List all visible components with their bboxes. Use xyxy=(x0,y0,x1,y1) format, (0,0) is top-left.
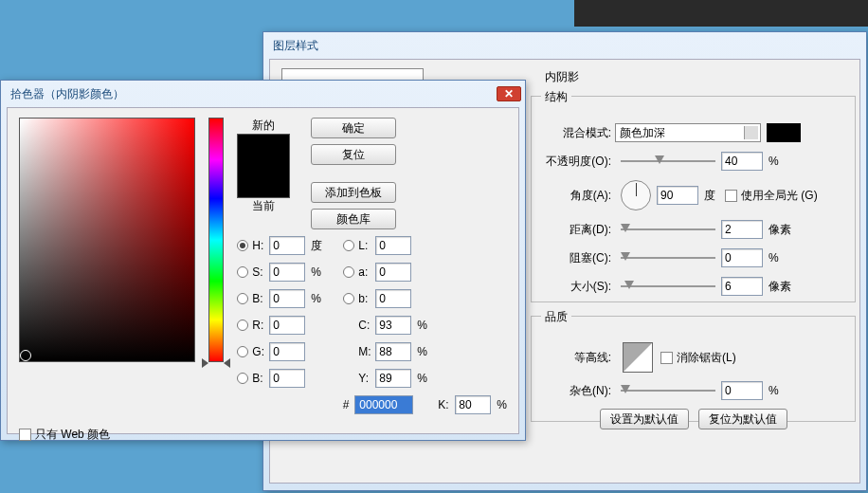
choke-input[interactable] xyxy=(721,248,763,267)
g-input[interactable] xyxy=(269,342,305,361)
angle-unit: 度 xyxy=(704,188,715,204)
s-radio[interactable] xyxy=(237,266,248,278)
g-radio[interactable] xyxy=(237,346,248,357)
new-color-swatch[interactable] xyxy=(237,134,290,166)
c-input[interactable] xyxy=(375,316,411,335)
size-slider[interactable] xyxy=(621,279,715,294)
angle-input[interactable] xyxy=(657,186,698,205)
current-label: 当前 xyxy=(252,198,275,214)
bl-radio[interactable] xyxy=(343,293,354,304)
web-only-label: 只有 Web 颜色 xyxy=(35,427,110,443)
s-input[interactable] xyxy=(269,263,305,282)
bc-radio[interactable] xyxy=(237,373,248,384)
color-field[interactable] xyxy=(19,118,195,362)
opacity-slider[interactable] xyxy=(621,154,715,169)
reset-default-button[interactable]: 复位为默认值 xyxy=(698,409,787,429)
quality-fieldset: 品质 等高线: 消除锯齿(L) 杂色(N): % 设置为默认值 复位为默认值 xyxy=(531,316,856,422)
bc-input[interactable] xyxy=(269,369,305,388)
hex-label: # xyxy=(343,398,350,411)
choke-slider[interactable] xyxy=(621,250,715,265)
antialias-checkbox[interactable] xyxy=(660,352,673,364)
blend-mode-select[interactable]: 颜色加深 xyxy=(615,123,761,142)
bl-input[interactable] xyxy=(375,289,411,308)
contour-label: 等高线: xyxy=(543,350,615,366)
distance-input[interactable] xyxy=(721,220,763,239)
inner-shadow-label: 内阴影 xyxy=(545,69,579,85)
r-radio[interactable] xyxy=(237,320,248,331)
b-radio[interactable] xyxy=(237,293,248,304)
opacity-label: 不透明度(O): xyxy=(543,154,615,170)
hue-thumb-right-icon xyxy=(224,358,230,368)
global-light-label: 使用全局光 (G) xyxy=(741,188,818,204)
noise-input[interactable] xyxy=(721,381,763,400)
app-top-bar xyxy=(574,0,868,27)
k-input[interactable] xyxy=(455,395,491,414)
choke-unit: % xyxy=(769,251,779,265)
hue-thumb-left-icon xyxy=(202,358,208,368)
picker-body: 新的 当前 确定 复位 添加到色板 颜色库 H:度 xyxy=(7,107,519,434)
l-input[interactable] xyxy=(375,236,411,255)
global-light-checkbox[interactable] xyxy=(725,190,737,202)
current-color-swatch[interactable] xyxy=(237,166,290,198)
y-input[interactable] xyxy=(375,369,411,388)
angle-dial[interactable] xyxy=(621,180,651,210)
distance-label: 距离(D): xyxy=(543,222,615,238)
a-radio[interactable] xyxy=(343,266,354,278)
hex-input[interactable] xyxy=(354,395,413,414)
picker-title: 拾色器（内阴影颜色） xyxy=(10,86,124,102)
hue-slider[interactable] xyxy=(208,118,224,362)
color-picker-dialog: 拾色器（内阴影颜色） ✕ 新的 当前 确定 复 xyxy=(0,80,526,441)
color-lib-button[interactable]: 颜色库 xyxy=(311,209,396,229)
close-icon: ✕ xyxy=(504,87,514,100)
noise-slider[interactable] xyxy=(621,383,715,398)
opacity-input[interactable] xyxy=(721,152,763,171)
distance-slider[interactable] xyxy=(621,222,715,237)
choke-label: 阻塞(C): xyxy=(543,250,615,266)
size-input[interactable] xyxy=(721,277,763,296)
layer-style-title: 图层样式 xyxy=(273,38,318,54)
noise-unit: % xyxy=(769,384,779,397)
m-input[interactable] xyxy=(375,342,411,361)
noise-label: 杂色(N): xyxy=(543,383,615,399)
size-unit: 像素 xyxy=(769,279,791,295)
distance-unit: 像素 xyxy=(769,222,791,238)
bv-input[interactable] xyxy=(269,289,305,308)
new-label: 新的 xyxy=(252,118,275,134)
shadow-color-swatch[interactable] xyxy=(767,123,801,142)
quality-legend: 品质 xyxy=(541,309,571,325)
cancel-button[interactable]: 复位 xyxy=(311,144,396,165)
a-input[interactable] xyxy=(375,263,411,282)
web-only-checkbox[interactable] xyxy=(19,429,31,441)
h-radio[interactable] xyxy=(237,240,248,251)
structure-fieldset: 结构 混合模式: 颜色加深 不透明度(O): % 角度(A): 度 使用全局光 … xyxy=(531,96,856,302)
contour-picker[interactable] xyxy=(623,342,653,373)
antialias-label: 消除锯齿(L) xyxy=(677,350,736,366)
close-button[interactable]: ✕ xyxy=(497,86,521,101)
blend-mode-label: 混合模式: xyxy=(543,125,615,141)
h-input[interactable] xyxy=(269,236,305,255)
size-label: 大小(S): xyxy=(543,279,615,295)
picker-titlebar[interactable]: 拾色器（内阴影颜色） ✕ xyxy=(1,81,525,107)
ok-button[interactable]: 确定 xyxy=(311,118,396,138)
structure-legend: 结构 xyxy=(541,89,571,105)
l-radio[interactable] xyxy=(343,240,354,251)
angle-label: 角度(A): xyxy=(543,188,615,204)
make-default-button[interactable]: 设置为默认值 xyxy=(600,409,689,429)
r-input[interactable] xyxy=(269,316,305,335)
opacity-unit: % xyxy=(769,155,779,168)
add-swatch-button[interactable]: 添加到色板 xyxy=(311,182,396,203)
layer-style-titlebar[interactable]: 图层样式 xyxy=(263,32,866,59)
